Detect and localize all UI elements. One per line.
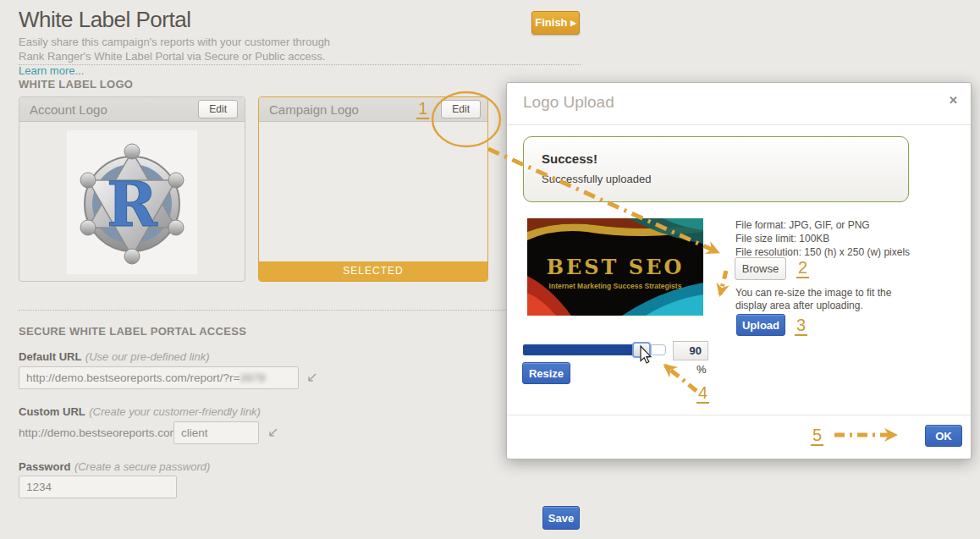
custom-url-label-row: Custom URL (Create your customer-friendl… <box>19 404 261 419</box>
account-logo-edit-button[interactable]: Edit <box>198 100 238 118</box>
annotation-step-3: 3 <box>795 316 807 336</box>
password-input[interactable] <box>19 476 177 498</box>
campaign-logo-card-title: Campaign Logo <box>269 102 416 117</box>
account-logo-card: Account Logo Edit <box>19 96 245 282</box>
close-icon[interactable]: ✕ <box>949 94 958 107</box>
default-url-input[interactable]: http://demo.bestseoreports.com/report/?r… <box>19 366 299 389</box>
password-label: Password <box>19 460 70 473</box>
resize-note: You can re-size the image to fit the dis… <box>735 287 913 312</box>
logo-upload-modal: Logo Upload ✕ Success! Successfully uplo… <box>506 82 972 459</box>
section-divider <box>19 310 581 311</box>
default-url-redacted: 3978 <box>240 371 266 384</box>
annotation-step-1: 1 <box>416 100 429 119</box>
account-logo-body: R <box>19 122 245 282</box>
resize-button[interactable]: Resize <box>522 362 570 384</box>
page-subtitle: Easily share this campaign's reports wit… <box>19 35 340 78</box>
campaign-logo-card-header: Campaign Logo 1 Edit <box>259 97 487 122</box>
open-link-icon[interactable] <box>267 427 278 439</box>
page-title: White Label Portal <box>19 7 190 33</box>
password-label-row: Password (Create a secure password) <box>19 459 210 474</box>
save-button[interactable]: Save <box>542 506 580 530</box>
success-message: Successfully uploaded <box>542 173 651 185</box>
header-divider <box>19 64 581 65</box>
percent-label: % <box>696 363 707 376</box>
rank-ranger-badge-icon: R <box>73 138 191 267</box>
file-format-info: File format: JPG, GIF, or PNG <box>735 218 870 232</box>
browse-button[interactable]: Browse <box>735 257 786 280</box>
default-url-label-row: Default URL (Use our pre-defined link) <box>19 349 210 364</box>
default-url-label: Default URL <box>19 350 81 363</box>
zoom-value-field[interactable]: 90 <box>673 341 708 360</box>
modal-title: Logo Upload <box>523 93 614 112</box>
upload-button[interactable]: Upload <box>736 314 785 336</box>
campaign-logo-card: Campaign Logo 1 Edit SELECTED <box>258 96 488 282</box>
zoom-slider-track-rest[interactable] <box>651 344 666 355</box>
logo-section-heading: WHITE LABEL LOGO <box>19 78 133 91</box>
open-link-icon[interactable] <box>306 372 317 384</box>
annotation-step-5: 5 <box>811 426 823 446</box>
custom-url-prefix: http://demo.bestseoreports.com / <box>19 421 185 444</box>
preview-subtitle-text: Internet Marketing Success Strategists <box>549 282 682 290</box>
account-logo-card-title: Account Logo <box>30 102 198 117</box>
annotation-step-2: 2 <box>796 259 809 278</box>
access-section-heading: SECURE WHITE LABEL PORTAL ACCESS <box>19 325 246 338</box>
default-url-hint: (Use our pre-defined link) <box>85 350 210 363</box>
password-hint: (Create a secure password) <box>74 460 210 473</box>
preview-title-text: BEST SEO <box>547 255 685 279</box>
file-size-info: File size limit: 100KB <box>735 232 829 245</box>
modal-title-divider <box>507 124 971 125</box>
default-url-value: http://demo.bestseoreports.com/report/?r… <box>26 371 240 384</box>
annotation-step-4: 4 <box>696 384 709 404</box>
modal-footer-divider <box>507 415 971 415</box>
campaign-logo-edit-button[interactable]: Edit <box>441 100 481 118</box>
white-label-portal-page: White Label Portal Easily share this cam… <box>0 0 980 539</box>
page-subtitle-text: Easily share this campaign's reports wit… <box>19 36 330 63</box>
svg-text:R: R <box>107 168 158 240</box>
account-logo-card-header: Account Logo Edit <box>19 97 245 122</box>
learn-more-link[interactable]: Learn more... <box>19 64 84 77</box>
account-logo-image: R <box>67 130 197 274</box>
zoom-slider-handle[interactable] <box>632 342 651 358</box>
success-alert: Success! Successfully uploaded <box>523 136 909 202</box>
custom-url-label: Custom URL <box>19 405 85 418</box>
custom-url-input[interactable] <box>173 421 259 444</box>
logo-preview-image: BEST SEO Internet Marketing Success Stra… <box>527 218 703 319</box>
ok-button[interactable]: OK <box>925 425 962 447</box>
custom-url-hint: (Create your customer-friendly link) <box>89 405 261 418</box>
best-seo-logo-preview: BEST SEO Internet Marketing Success Stra… <box>527 218 703 316</box>
success-title: Success! <box>542 151 597 166</box>
finish-button[interactable]: Finish ▸ <box>531 11 580 35</box>
campaign-logo-selected-badge: SELECTED <box>259 261 487 281</box>
